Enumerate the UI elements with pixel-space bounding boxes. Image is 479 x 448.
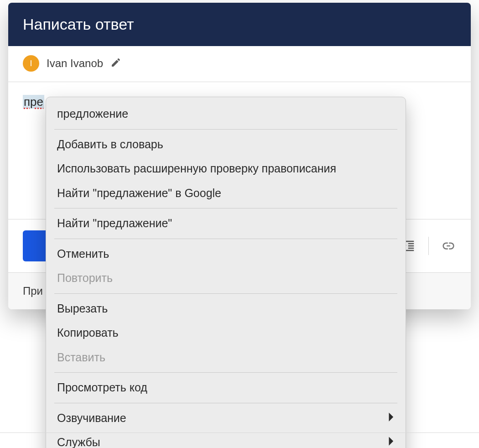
avatar-initial: I <box>30 59 32 68</box>
ctx-speech[interactable]: Озвучивание <box>46 406 406 431</box>
ctx-cut[interactable]: Вырезать <box>46 297 406 321</box>
toolbar-separator <box>428 237 429 255</box>
link-icon[interactable] <box>441 238 456 254</box>
ctx-add-to-dictionary[interactable]: Добавить в словарь <box>46 132 406 157</box>
ctx-find[interactable]: Найти "предлажение" <box>46 211 406 236</box>
attachments-label: При <box>23 285 43 297</box>
ctx-copy[interactable]: Копировать <box>46 321 406 345</box>
context-menu: предложение Добавить в словарь Использов… <box>46 97 406 448</box>
ctx-extended-spellcheck[interactable]: Использовать расширенную проверку правоп… <box>46 156 406 181</box>
page-divider <box>0 432 479 433</box>
ctx-paste: Вставить <box>46 345 406 370</box>
misspelled-word[interactable]: пре <box>23 95 44 109</box>
dialog-header: Написать ответ <box>8 3 471 46</box>
ctx-search-google[interactable]: Найти "предлажение" в Google <box>46 181 406 206</box>
ctx-undo[interactable]: Отменить <box>46 242 406 266</box>
avatar: I <box>23 55 39 72</box>
dialog-title: Написать ответ <box>23 16 134 33</box>
chevron-right-icon <box>388 434 395 448</box>
author-name: Ivan Ivanob <box>47 57 103 70</box>
ctx-view-source[interactable]: Просмотреть код <box>46 375 406 400</box>
edit-icon[interactable] <box>110 57 121 70</box>
chevron-right-icon <box>388 410 395 427</box>
ctx-suggestion[interactable]: предложение <box>46 102 406 126</box>
author-row: I Ivan Ivanob <box>8 46 471 82</box>
ctx-redo: Повторить <box>46 266 406 291</box>
